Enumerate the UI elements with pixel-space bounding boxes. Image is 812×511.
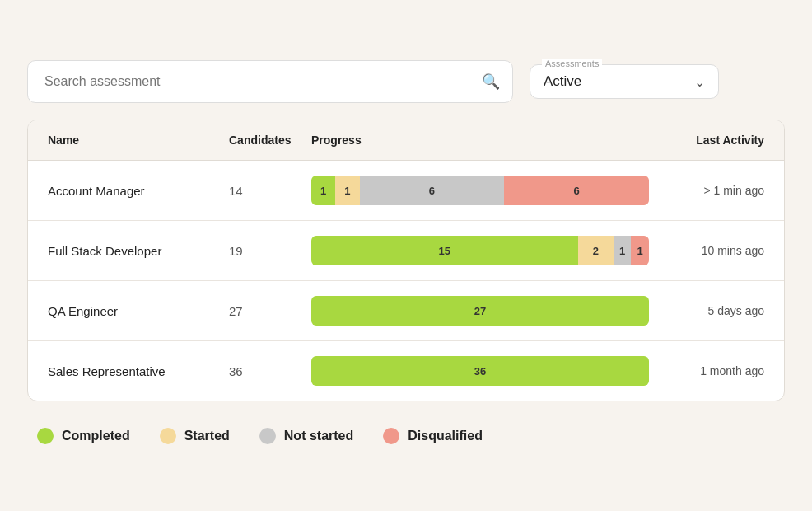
progress-bar: 27 xyxy=(311,296,649,326)
row-candidates: 27 xyxy=(229,304,311,318)
bar-segment-not-started: 6 xyxy=(360,176,505,205)
bar-segment-started: 1 xyxy=(335,176,359,205)
bar-segment-completed: 27 xyxy=(311,296,649,326)
assessments-value: Active xyxy=(544,73,581,90)
legend-item-disqualified: Disqualified xyxy=(383,428,483,444)
bar-segment-disqualified: 6 xyxy=(504,176,649,205)
table-row[interactable]: Full Stack Developer191521110 mins ago xyxy=(28,221,784,281)
assessments-value-row: Active ⌄ xyxy=(544,70,705,90)
table-row[interactable]: Account Manager141166> 1 min ago xyxy=(28,161,784,221)
bar-segment-not-started: 1 xyxy=(614,236,632,265)
bar-segment-completed: 1 xyxy=(311,176,335,205)
legend-label-disqualified: Disqualified xyxy=(408,429,483,443)
row-candidates: 14 xyxy=(229,184,311,198)
col-last-activity: Last Activity xyxy=(649,134,764,147)
table-row[interactable]: QA Engineer27275 days ago xyxy=(28,281,784,341)
assessments-label: Assessments xyxy=(542,59,602,68)
assessments-dropdown[interactable]: Assessments Active ⌄ xyxy=(530,64,719,99)
legend-item-completed: Completed xyxy=(37,428,130,444)
col-progress: Progress xyxy=(311,134,649,147)
bar-segment-disqualified: 1 xyxy=(631,236,649,265)
col-name: Name xyxy=(48,134,229,147)
assessments-table: Name Candidates Progress Last Activity A… xyxy=(27,120,785,401)
legend-dot-completed xyxy=(37,428,54,444)
legend-label-completed: Completed xyxy=(62,429,130,443)
row-activity: 10 mins ago xyxy=(649,244,764,257)
legend-item-not-started: Not started xyxy=(259,428,353,444)
bar-segment-completed: 15 xyxy=(311,236,578,265)
legend-label-not-started: Not started xyxy=(284,429,353,443)
row-candidates: 19 xyxy=(229,244,311,258)
search-box: 🔍 xyxy=(27,60,513,103)
legend-dot-disqualified xyxy=(383,428,399,444)
row-activity: > 1 min ago xyxy=(649,184,764,197)
search-icon: 🔍 xyxy=(482,73,500,91)
progress-bar: 15211 xyxy=(311,236,649,265)
legend-dot-not-started xyxy=(259,428,276,444)
row-name: Sales Representative xyxy=(48,364,229,378)
top-bar: 🔍 Assessments Active ⌄ xyxy=(27,60,785,103)
chevron-down-icon: ⌄ xyxy=(694,74,705,90)
legend-label-started: Started xyxy=(184,429,230,443)
search-input[interactable] xyxy=(27,60,513,103)
progress-bar: 1166 xyxy=(311,176,649,205)
row-name: Account Manager xyxy=(48,184,229,198)
row-activity: 1 month ago xyxy=(649,364,764,377)
progress-bar: 36 xyxy=(311,356,649,386)
main-container: 🔍 Assessments Active ⌄ Name Candidates P… xyxy=(11,40,801,471)
row-name: Full Stack Developer xyxy=(48,244,229,258)
row-activity: 5 days ago xyxy=(649,304,764,317)
legend: CompletedStartedNot startedDisqualified xyxy=(27,421,785,451)
row-candidates: 36 xyxy=(229,364,311,378)
bar-segment-started: 2 xyxy=(578,236,614,265)
table-header: Name Candidates Progress Last Activity xyxy=(28,120,784,161)
bar-segment-completed: 36 xyxy=(311,356,649,386)
table-body: Account Manager141166> 1 min agoFull Sta… xyxy=(28,161,784,401)
col-candidates: Candidates xyxy=(229,134,311,147)
legend-item-started: Started xyxy=(160,428,230,444)
legend-dot-started xyxy=(160,428,176,444)
table-row[interactable]: Sales Representative36361 month ago xyxy=(28,341,784,401)
row-name: QA Engineer xyxy=(48,304,229,318)
